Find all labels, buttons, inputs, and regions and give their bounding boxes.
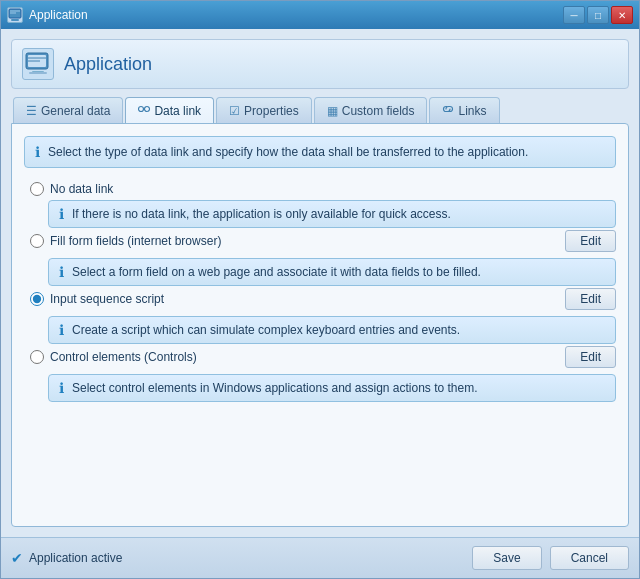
input-sequence-text: Input sequence script xyxy=(50,292,164,306)
control-elements-info: ℹ Select control elements in Windows app… xyxy=(48,374,616,402)
tab-general-label: General data xyxy=(41,104,110,118)
radio-control-elements-label[interactable]: Control elements (Controls) xyxy=(24,346,557,368)
no-data-link-info-text: If there is no data link, the applicatio… xyxy=(72,207,451,221)
app-title-icon xyxy=(7,7,23,23)
title-bar-left: Application xyxy=(7,7,88,23)
footer-buttons: Save Cancel xyxy=(472,546,629,570)
svg-rect-7 xyxy=(29,72,47,74)
tab-customfields-label: Custom fields xyxy=(342,104,415,118)
control-elements-block: Control elements (Controls) Edit xyxy=(24,346,616,368)
control-elements-info-text: Select control elements in Windows appli… xyxy=(72,381,478,395)
active-checkbox-icon: ✔ xyxy=(11,550,23,566)
active-label: Application active xyxy=(29,551,122,565)
tab-properties-label: Properties xyxy=(244,104,299,118)
tab-datalink-icon xyxy=(138,103,150,118)
radio-no-data-link-label[interactable]: No data link xyxy=(24,178,616,200)
window-body: Application ☰ General data Data link ☑ xyxy=(1,29,639,537)
application-window: Application ─ □ ✕ Application xyxy=(0,0,640,579)
tab-customfields-icon: ▦ xyxy=(327,104,338,118)
save-button[interactable]: Save xyxy=(472,546,541,570)
tab-customfields[interactable]: ▦ Custom fields xyxy=(314,97,428,123)
app-header-title: Application xyxy=(64,54,152,75)
radio-input-sequence[interactable] xyxy=(30,292,44,306)
fill-form-text: Fill form fields (internet browser) xyxy=(50,234,221,248)
content-area: ℹ Select the type of data link and speci… xyxy=(11,123,629,527)
option-input-sequence: Input sequence script Edit ℹ Create a sc… xyxy=(24,288,616,344)
main-info-text: Select the type of data link and specify… xyxy=(48,145,528,159)
footer-left: ✔ Application active xyxy=(11,550,122,566)
svg-point-11 xyxy=(145,107,150,112)
edit-control-elements-button[interactable]: Edit xyxy=(565,346,616,368)
footer: ✔ Application active Save Cancel xyxy=(1,537,639,578)
title-bar-controls: ─ □ ✕ xyxy=(563,6,633,24)
main-info-icon: ℹ xyxy=(35,144,40,160)
tab-links[interactable]: Links xyxy=(429,97,499,123)
svg-rect-1 xyxy=(11,19,19,21)
radio-no-data-link[interactable] xyxy=(30,182,44,196)
tab-datalink-label: Data link xyxy=(154,104,201,118)
no-data-link-info-icon: ℹ xyxy=(59,206,64,222)
input-sequence-info-text: Create a script which can simulate compl… xyxy=(72,323,460,337)
edit-fill-form-button[interactable]: Edit xyxy=(565,230,616,252)
minimize-button[interactable]: ─ xyxy=(563,6,585,24)
fill-form-info: ℹ Select a form field on a web page and … xyxy=(48,258,616,286)
control-elements-text: Control elements (Controls) xyxy=(50,350,197,364)
tab-properties-icon: ☑ xyxy=(229,104,240,118)
option-fill-form: Fill form fields (internet browser) Edit… xyxy=(24,230,616,286)
input-sequence-block: Input sequence script Edit xyxy=(24,288,616,310)
close-button[interactable]: ✕ xyxy=(611,6,633,24)
control-elements-info-icon: ℹ xyxy=(59,380,64,396)
main-info-box: ℹ Select the type of data link and speci… xyxy=(24,136,616,168)
fill-form-block: Fill form fields (internet browser) Edit xyxy=(24,230,616,252)
tab-properties[interactable]: ☑ Properties xyxy=(216,97,312,123)
cancel-button[interactable]: Cancel xyxy=(550,546,629,570)
tab-datalink[interactable]: Data link xyxy=(125,97,214,123)
fill-form-info-icon: ℹ xyxy=(59,264,64,280)
no-data-link-text: No data link xyxy=(50,182,113,196)
maximize-button[interactable]: □ xyxy=(587,6,609,24)
option-control-elements: Control elements (Controls) Edit ℹ Selec… xyxy=(24,346,616,402)
tab-links-label: Links xyxy=(458,104,486,118)
title-bar-text: Application xyxy=(29,8,88,22)
radio-control-elements[interactable] xyxy=(30,350,44,364)
fill-form-info-text: Select a form field on a web page and as… xyxy=(72,265,481,279)
input-sequence-info-icon: ℹ xyxy=(59,322,64,338)
radio-fill-form[interactable] xyxy=(30,234,44,248)
app-header-icon xyxy=(22,48,54,80)
option-no-data-link: No data link ℹ If there is no data link,… xyxy=(24,178,616,228)
options-section: No data link ℹ If there is no data link,… xyxy=(24,178,616,404)
edit-input-sequence-button[interactable]: Edit xyxy=(565,288,616,310)
no-data-link-info: ℹ If there is no data link, the applicat… xyxy=(48,200,616,228)
tab-general-icon: ☰ xyxy=(26,104,37,118)
app-header: Application xyxy=(11,39,629,89)
title-bar: Application ─ □ ✕ xyxy=(1,1,639,29)
tabs-bar: ☰ General data Data link ☑ Properties ▦ xyxy=(11,97,629,123)
input-sequence-info: ℹ Create a script which can simulate com… xyxy=(48,316,616,344)
svg-point-10 xyxy=(139,107,144,112)
radio-fill-form-label[interactable]: Fill form fields (internet browser) xyxy=(24,230,557,252)
tab-links-icon xyxy=(442,103,454,118)
radio-input-sequence-label[interactable]: Input sequence script xyxy=(24,288,557,310)
tab-general[interactable]: ☰ General data xyxy=(13,97,123,123)
